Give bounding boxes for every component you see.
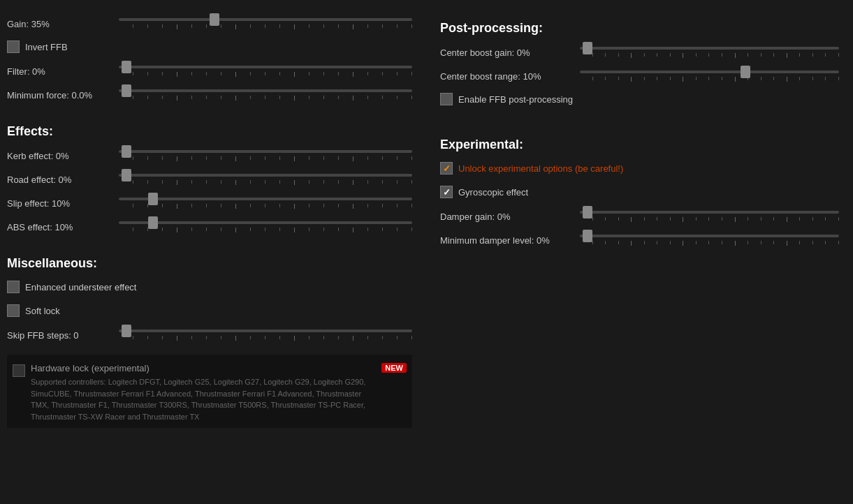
damper-label: Damper gain: 0% [440, 212, 580, 222]
filter-row: Filter: 0% [7, 61, 412, 81]
gain-label: Gain: 35% [7, 19, 119, 29]
gain-slider-container[interactable] [119, 18, 412, 29]
abs-row: ABS effect: 10% [7, 217, 412, 237]
slip-slider-thumb[interactable] [148, 193, 158, 205]
skipffb-row: Skip FFB steps: 0 [7, 325, 412, 345]
skipffb-slider-container[interactable] [119, 329, 412, 341]
abs-slider-container[interactable] [119, 221, 412, 232]
new-badge: NEW [381, 363, 407, 373]
kerb-slider-track[interactable] [119, 150, 412, 153]
skipffb-label: Skip FFB steps: 0 [7, 330, 119, 341]
mindamper-row: Minimum damper level: 0% [440, 230, 839, 250]
cbrange-slider-track[interactable] [580, 71, 839, 73]
gain-slider-thumb[interactable] [210, 13, 219, 26]
cbrange-slider-thumb[interactable] [741, 66, 750, 78]
road-slider-thumb[interactable] [122, 169, 131, 181]
postprocessing-title: Post-processing: [440, 21, 839, 36]
abs-slider-track[interactable] [119, 221, 412, 224]
mindamper-slider-thumb[interactable] [583, 230, 592, 242]
invert-ffb-row[interactable]: Invert FFB [7, 38, 412, 56]
enable-ffb-checkbox[interactable] [440, 93, 453, 105]
hardware-lock-title: Hardware lock (experimental) [31, 363, 373, 373]
gyro-label: Gyroscopic effect [458, 187, 528, 198]
skipffb-slider-thumb[interactable] [122, 325, 131, 337]
road-label: Road effect: 0% [7, 175, 119, 185]
minforce-ticks [119, 96, 412, 101]
slip-slider-track[interactable] [119, 198, 412, 200]
damper-slider-track[interactable] [580, 211, 839, 214]
kerb-slider-container[interactable] [119, 150, 412, 161]
road-slider-container[interactable] [119, 174, 412, 185]
hardware-lock-checkbox[interactable] [13, 364, 25, 377]
softlock-checkbox[interactable] [7, 304, 20, 317]
invert-ffb-label: Invert FFB [25, 42, 68, 52]
gain-slider-track[interactable] [119, 18, 412, 21]
slip-label: Slip effect: 10% [7, 198, 119, 209]
abs-label: ABS effect: 10% [7, 222, 119, 232]
damper-ticks [580, 217, 839, 222]
misc-title: Miscellaneous: [7, 256, 412, 271]
abs-slider-thumb[interactable] [148, 216, 158, 229]
slip-row: Slip effect: 10% [7, 193, 412, 213]
slip-slider-container[interactable] [119, 198, 412, 209]
skipffb-slider-track[interactable] [119, 329, 412, 332]
hardware-lock-desc: Supported controllers: Logitech DFGT, Lo… [31, 376, 373, 422]
cbgain-ticks [580, 53, 839, 58]
kerb-row: Kerb effect: 0% [7, 146, 412, 165]
enhanced-understeer-row[interactable]: Enhanced understeer effect [7, 278, 412, 296]
experimental-title: Experimental: [440, 138, 839, 152]
skipffb-ticks [119, 336, 412, 341]
unlock-experimental-label: Unlock experimental options (be careful!… [458, 163, 623, 174]
road-slider-track[interactable] [119, 174, 412, 177]
hardware-lock-content: Hardware lock (experimental) Supported c… [31, 363, 373, 422]
road-ticks [119, 180, 412, 185]
minforce-slider-thumb[interactable] [122, 84, 131, 97]
gyro-checkbox[interactable] [440, 186, 453, 198]
enable-ffb-row[interactable]: Enable FFB post-processing [440, 90, 839, 108]
cbgain-label: Center boost gain: 0% [440, 47, 580, 58]
road-row: Road effect: 0% [7, 170, 412, 189]
hardware-lock-row: Hardware lock (experimental) Supported c… [13, 363, 407, 422]
left-panel: Gain: 35% Invert FFB Filter: 0% [7, 14, 412, 497]
kerb-ticks [119, 156, 412, 161]
gain-row: Gain: 35% [7, 14, 412, 34]
filter-slider-track[interactable] [119, 66, 412, 68]
enable-ffb-label: Enable FFB post-processing [458, 94, 573, 105]
cbgain-slider-container[interactable] [580, 47, 839, 58]
damper-slider-thumb[interactable] [583, 206, 592, 218]
damper-slider-container[interactable] [580, 211, 839, 222]
right-panel: Post-processing: Center boost gain: 0% C… [440, 14, 839, 497]
mindamper-slider-track[interactable] [580, 235, 839, 237]
minforce-slider-container[interactable] [119, 89, 412, 101]
filter-slider-container[interactable] [119, 66, 412, 77]
cbrange-row: Center boost range: 10% [440, 66, 839, 86]
gain-ticks [119, 24, 412, 29]
mindamper-label: Minimum damper level: 0% [440, 235, 580, 246]
cbrange-ticks [580, 77, 839, 82]
cbgain-slider-track[interactable] [580, 47, 839, 50]
damper-row: Damper gain: 0% [440, 207, 839, 226]
mindamper-slider-container[interactable] [580, 235, 839, 246]
hardware-lock-section: Hardware lock (experimental) Supported c… [7, 355, 412, 428]
cbrange-label: Center boost range: 10% [440, 71, 580, 82]
unlock-experimental-row[interactable]: Unlock experimental options (be careful!… [440, 159, 839, 177]
slip-ticks [119, 204, 412, 209]
abs-ticks [119, 228, 412, 232]
unlock-experimental-checkbox[interactable] [440, 162, 453, 175]
kerb-slider-thumb[interactable] [122, 145, 131, 158]
softlock-row[interactable]: Soft lock [7, 302, 412, 320]
filter-label: Filter: 0% [7, 66, 119, 77]
minforce-row: Minimum force: 0.0% [7, 85, 412, 105]
gyro-row[interactable]: Gyroscopic effect [440, 183, 839, 201]
enhanced-understeer-checkbox[interactable] [7, 281, 20, 293]
cbgain-slider-thumb[interactable] [583, 42, 592, 54]
kerb-label: Kerb effect: 0% [7, 151, 119, 161]
filter-slider-thumb[interactable] [122, 61, 131, 73]
cbrange-slider-container[interactable] [580, 71, 839, 82]
minforce-slider-track[interactable] [119, 89, 412, 92]
effects-title: Effects: [7, 124, 412, 139]
minforce-label: Minimum force: 0.0% [7, 90, 119, 101]
mindamper-ticks [580, 241, 839, 246]
filter-ticks [119, 72, 412, 77]
invert-ffb-checkbox[interactable] [7, 40, 20, 53]
